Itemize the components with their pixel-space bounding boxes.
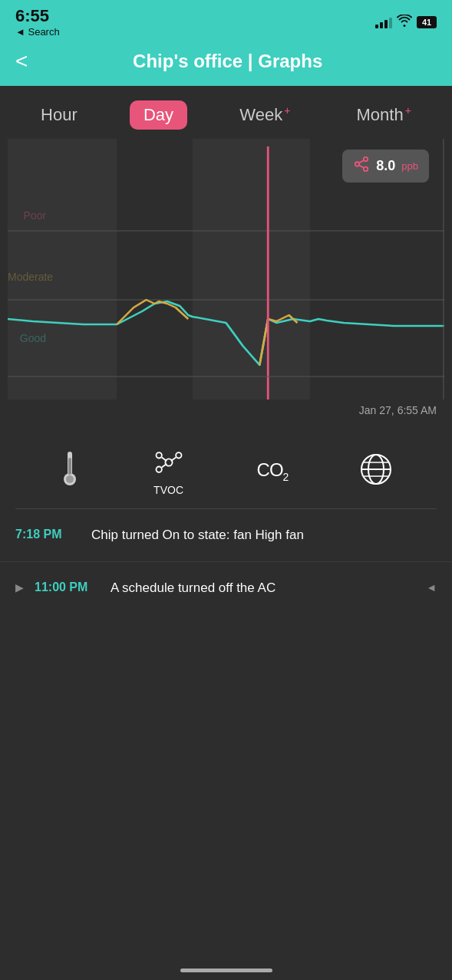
wifi-icon xyxy=(397,15,412,30)
svg-point-19 xyxy=(156,467,161,472)
status-right: 41 xyxy=(375,15,437,30)
chart-date: Jan 27, 6:55 AM xyxy=(8,400,444,421)
week-plus-icon: + xyxy=(284,104,290,117)
chart-container: Poor Moderate Good 8.0 ppb xyxy=(0,139,452,429)
tvoc-label: TVOC xyxy=(153,484,183,496)
sensor-tvoc[interactable]: TVOC xyxy=(152,446,186,496)
app-header: < Chip's office | Graphs xyxy=(0,41,452,86)
tab-hour[interactable]: Hour xyxy=(27,100,91,130)
battery-indicator: 41 xyxy=(417,16,437,28)
chart-tooltip: 8.0 ppb xyxy=(342,150,429,183)
chart-plot[interactable]: 8.0 ppb xyxy=(8,139,444,400)
sensor-globe[interactable] xyxy=(359,452,393,489)
svg-line-20 xyxy=(161,458,166,462)
co2-icon: CO2 xyxy=(257,459,289,484)
tooltip-unit: ppb xyxy=(401,160,418,172)
svg-point-15 xyxy=(66,475,74,483)
sensor-row: TVOC CO2 xyxy=(0,429,452,508)
globe-icon xyxy=(359,452,393,489)
event-time-2: 11:00 PM xyxy=(35,579,100,594)
tab-bar: Hour Day Week+ Month+ xyxy=(0,86,452,139)
sensor-co2[interactable]: CO2 xyxy=(257,459,289,484)
svg-point-18 xyxy=(176,452,181,458)
page-title: Chip's office | Graphs xyxy=(37,51,418,72)
tab-week[interactable]: Week+ xyxy=(226,100,304,130)
event-time-1: 7:18 PM xyxy=(15,526,81,541)
event-item-1[interactable]: 7:18 PM Chip turned On to state: fan Hig… xyxy=(0,509,452,562)
month-plus-icon: + xyxy=(405,104,411,117)
status-left: 6:55 ◄ Search xyxy=(15,7,60,37)
svg-rect-14 xyxy=(68,458,71,475)
status-bar: 6:55 ◄ Search 41 xyxy=(0,0,452,41)
status-search: ◄ Search xyxy=(15,26,60,38)
thermometer-icon xyxy=(59,449,81,493)
svg-line-4 xyxy=(359,160,364,163)
tab-month[interactable]: Month+ xyxy=(343,100,425,130)
svg-rect-5 xyxy=(8,139,117,400)
tab-day[interactable]: Day xyxy=(130,100,187,130)
svg-line-21 xyxy=(170,458,175,462)
home-indicator xyxy=(180,968,272,972)
expand-icon[interactable]: ▶ xyxy=(15,579,24,594)
tvoc-icon xyxy=(152,446,186,479)
event-item-2[interactable]: ▶ 11:00 PM A schedule turned off the AC … xyxy=(0,562,452,614)
share-icon xyxy=(353,156,370,176)
svg-line-3 xyxy=(359,166,364,169)
event-text-2: A schedule turned off the AC xyxy=(111,579,415,597)
svg-point-17 xyxy=(156,452,161,458)
status-time: 6:55 xyxy=(15,7,49,25)
collapse-icon[interactable]: ◄ xyxy=(426,579,437,594)
tooltip-value: 8.0 xyxy=(376,158,395,174)
svg-line-22 xyxy=(161,464,166,468)
event-text-1: Chip turned On to state: fan High fan xyxy=(91,526,437,544)
sensor-temperature[interactable] xyxy=(59,449,81,493)
svg-rect-6 xyxy=(193,139,310,400)
event-log: 7:18 PM Chip turned On to state: fan Hig… xyxy=(0,509,452,614)
back-button[interactable]: < xyxy=(15,51,28,72)
signal-icon xyxy=(375,16,392,28)
